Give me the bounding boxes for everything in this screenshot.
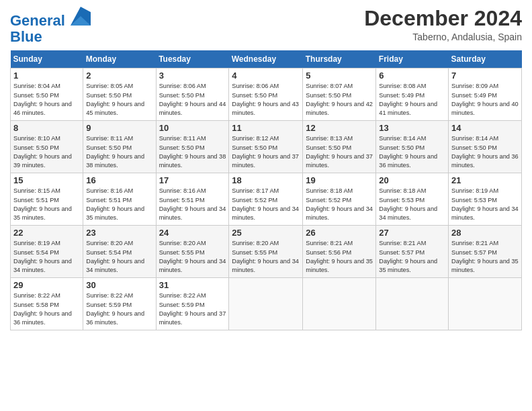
calendar-cell [229,278,303,330]
day-number: 26 [306,228,373,238]
day-number: 13 [379,123,445,133]
day-info: Sunrise: 8:22 AMSunset: 5:59 PMDaylight:… [159,292,226,326]
calendar-cell: 11 Sunrise: 8:12 AMSunset: 5:50 PMDaylig… [229,121,303,173]
calendar-cell: 17 Sunrise: 8:16 AMSunset: 5:51 PMDaylig… [156,173,229,226]
day-info: Sunrise: 8:04 AMSunset: 5:50 PMDaylight:… [13,83,72,116]
calendar-cell: 1 Sunrise: 8:04 AMSunset: 5:50 PMDayligh… [11,68,83,121]
calendar-cell: 24 Sunrise: 8:20 AMSunset: 5:55 PMDaylig… [156,226,229,278]
day-info: Sunrise: 8:14 AMSunset: 5:50 PMDaylight:… [451,135,519,169]
day-info: Sunrise: 8:16 AMSunset: 5:51 PMDaylight:… [159,187,226,221]
calendar-cell [303,278,376,330]
logo-text: General [10,9,91,29]
header-saturday: Saturday [449,50,522,68]
week-row-1: 1 Sunrise: 8:04 AMSunset: 5:50 PMDayligh… [11,68,522,121]
header-thursday: Thursday [303,50,376,68]
logo-general: General [10,12,65,29]
day-info: Sunrise: 8:19 AMSunset: 5:54 PMDaylight:… [13,240,72,273]
day-info: Sunrise: 8:18 AMSunset: 5:53 PMDaylight:… [379,187,437,221]
day-info: Sunrise: 8:16 AMSunset: 5:51 PMDaylight:… [86,187,144,221]
header-friday: Friday [376,50,449,68]
calendar-cell: 13 Sunrise: 8:14 AMSunset: 5:50 PMDaylig… [376,121,449,173]
calendar-cell: 8 Sunrise: 8:10 AMSunset: 5:50 PMDayligh… [11,121,83,173]
calendar-cell: 28 Sunrise: 8:21 AMSunset: 5:57 PMDaylig… [449,226,522,278]
day-number: 1 [13,71,80,81]
day-number: 29 [13,280,80,290]
calendar-cell: 15 Sunrise: 8:15 AMSunset: 5:51 PMDaylig… [11,173,83,226]
calendar-cell: 12 Sunrise: 8:13 AMSunset: 5:50 PMDaylig… [303,121,376,173]
week-row-2: 8 Sunrise: 8:10 AMSunset: 5:50 PMDayligh… [11,121,522,173]
day-number: 10 [159,123,226,133]
day-info: Sunrise: 8:20 AMSunset: 5:55 PMDaylight:… [159,240,226,273]
day-info: Sunrise: 8:20 AMSunset: 5:55 PMDaylight:… [232,240,299,273]
day-info: Sunrise: 8:21 AMSunset: 5:57 PMDaylight:… [379,240,437,273]
calendar-cell: 26 Sunrise: 8:21 AMSunset: 5:56 PMDaylig… [303,226,376,278]
day-info: Sunrise: 8:17 AMSunset: 5:52 PMDaylight:… [232,187,299,221]
day-number: 2 [86,71,152,81]
calendar-cell: 10 Sunrise: 8:11 AMSunset: 5:50 PMDaylig… [156,121,229,173]
day-number: 20 [379,175,445,185]
day-info: Sunrise: 8:05 AMSunset: 5:50 PMDaylight:… [86,83,144,116]
day-number: 19 [306,175,373,185]
location: Taberno, Andalusia, Spain [364,32,522,42]
day-info: Sunrise: 8:10 AMSunset: 5:50 PMDaylight:… [13,135,72,169]
week-row-3: 15 Sunrise: 8:15 AMSunset: 5:51 PMDaylig… [11,173,522,226]
day-info: Sunrise: 8:19 AMSunset: 5:53 PMDaylight:… [451,187,519,221]
calendar-cell: 3 Sunrise: 8:06 AMSunset: 5:50 PMDayligh… [156,68,229,121]
day-number: 18 [232,175,300,185]
day-number: 27 [379,228,445,238]
calendar-cell: 21 Sunrise: 8:19 AMSunset: 5:53 PMDaylig… [449,173,522,226]
calendar-cell: 16 Sunrise: 8:16 AMSunset: 5:51 PMDaylig… [83,173,156,226]
day-info: Sunrise: 8:06 AMSunset: 5:50 PMDaylight:… [232,83,299,116]
header-wednesday: Wednesday [229,50,303,68]
day-number: 4 [232,71,300,81]
day-number: 6 [379,71,445,81]
day-info: Sunrise: 8:06 AMSunset: 5:50 PMDaylight:… [159,83,226,116]
calendar-cell: 27 Sunrise: 8:21 AMSunset: 5:57 PMDaylig… [376,226,449,278]
logo-icon [71,7,91,26]
header: General Blue December 2024 Taberno, Anda… [10,7,522,45]
day-info: Sunrise: 8:07 AMSunset: 5:50 PMDaylight:… [306,83,373,116]
calendar-cell: 25 Sunrise: 8:20 AMSunset: 5:55 PMDaylig… [229,226,303,278]
day-number: 12 [306,123,373,133]
calendar-cell: 6 Sunrise: 8:08 AMSunset: 5:49 PMDayligh… [376,68,449,121]
calendar-cell: 31 Sunrise: 8:22 AMSunset: 5:59 PMDaylig… [156,278,229,330]
day-info: Sunrise: 8:22 AMSunset: 5:58 PMDaylight:… [13,292,72,326]
day-number: 9 [86,123,152,133]
calendar-cell: 9 Sunrise: 8:11 AMSunset: 5:50 PMDayligh… [83,121,156,173]
day-number: 11 [232,123,300,133]
day-info: Sunrise: 8:11 AMSunset: 5:50 PMDaylight:… [86,135,144,169]
day-number: 7 [451,71,519,81]
calendar-cell: 5 Sunrise: 8:07 AMSunset: 5:50 PMDayligh… [303,68,376,121]
calendar-cell: 22 Sunrise: 8:19 AMSunset: 5:54 PMDaylig… [11,226,83,278]
header-sunday: Sunday [11,50,83,68]
day-number: 3 [159,71,226,81]
calendar-cell: 30 Sunrise: 8:22 AMSunset: 5:59 PMDaylig… [83,278,156,330]
calendar-cell: 29 Sunrise: 8:22 AMSunset: 5:58 PMDaylig… [11,278,83,330]
day-info: Sunrise: 8:21 AMSunset: 5:57 PMDaylight:… [451,240,519,273]
calendar-cell: 4 Sunrise: 8:06 AMSunset: 5:50 PMDayligh… [229,68,303,121]
day-info: Sunrise: 8:12 AMSunset: 5:50 PMDaylight:… [232,135,299,169]
calendar-cell: 18 Sunrise: 8:17 AMSunset: 5:52 PMDaylig… [229,173,303,226]
header-tuesday: Tuesday [156,50,229,68]
day-info: Sunrise: 8:18 AMSunset: 5:52 PMDaylight:… [306,187,373,221]
calendar: Sunday Monday Tuesday Wednesday Thursday… [10,50,522,330]
week-row-4: 22 Sunrise: 8:19 AMSunset: 5:54 PMDaylig… [11,226,522,278]
month-title: December 2024 [364,7,522,30]
day-number: 17 [159,175,226,185]
day-number: 15 [13,175,80,185]
day-number: 30 [86,280,152,290]
weekday-header-row: Sunday Monday Tuesday Wednesday Thursday… [11,50,522,68]
day-info: Sunrise: 8:15 AMSunset: 5:51 PMDaylight:… [13,187,72,221]
calendar-cell: 23 Sunrise: 8:20 AMSunset: 5:54 PMDaylig… [83,226,156,278]
title-block: December 2024 Taberno, Andalusia, Spain [364,7,522,42]
page-container: General Blue December 2024 Taberno, Anda… [0,0,532,411]
calendar-cell: 2 Sunrise: 8:05 AMSunset: 5:50 PMDayligh… [83,68,156,121]
header-monday: Monday [83,50,156,68]
logo: General Blue [10,9,91,45]
day-number: 22 [13,228,80,238]
calendar-cell: 19 Sunrise: 8:18 AMSunset: 5:52 PMDaylig… [303,173,376,226]
day-info: Sunrise: 8:09 AMSunset: 5:49 PMDaylight:… [451,83,519,116]
calendar-cell: 14 Sunrise: 8:14 AMSunset: 5:50 PMDaylig… [449,121,522,173]
day-info: Sunrise: 8:14 AMSunset: 5:50 PMDaylight:… [379,135,437,169]
calendar-cell: 20 Sunrise: 8:18 AMSunset: 5:53 PMDaylig… [376,173,449,226]
